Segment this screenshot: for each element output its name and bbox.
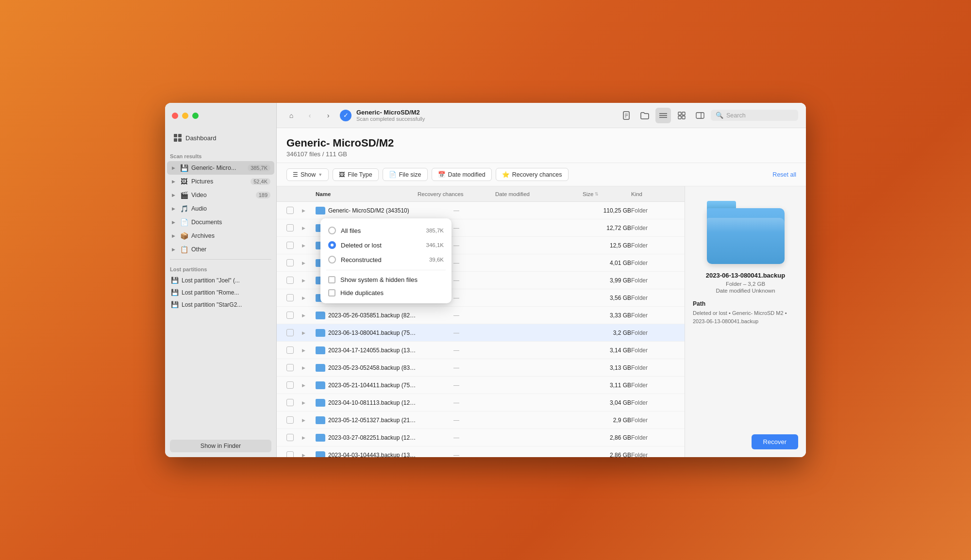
row-expand-4[interactable]: ▶ <box>302 278 316 283</box>
sidebar-item-other[interactable]: ▶ 📋 Other <box>167 243 274 256</box>
row-expand-1[interactable]: ▶ <box>302 226 316 231</box>
search-box[interactable]: 🔍 <box>711 110 798 121</box>
sidebar-divider <box>170 259 271 260</box>
row-expand-14[interactable]: ▶ <box>302 453 316 458</box>
row-size-4: 3,99 GB <box>583 277 631 284</box>
row-checkbox-10[interactable] <box>286 381 294 389</box>
sidebar-item-video[interactable]: ▶ 🎬 Video 189 <box>167 188 274 202</box>
dd-checkbox-system-hidden-box[interactable] <box>328 276 335 283</box>
sidebar-item-label-other: Other <box>191 246 270 253</box>
forward-button[interactable]: › <box>321 109 335 122</box>
recovery-chances-filter-button[interactable]: ⭐ Recovery chances <box>496 168 569 181</box>
table-row[interactable]: ▶ 2023-04-10-081113.backup (12888) — 3,0… <box>277 394 685 412</box>
row-expand-10[interactable]: ▶ <box>302 383 316 388</box>
row-checkbox-2[interactable] <box>286 242 294 249</box>
header-size-col[interactable]: Size ⇅ <box>583 191 631 197</box>
home-button[interactable]: ⌂ <box>285 109 298 122</box>
dd-option-all-files[interactable]: All files 385,7K <box>320 223 452 238</box>
filter-bar: ☰ Show ▼ 🖼 File Type 📄 File size 📅 Date … <box>277 163 806 186</box>
row-filename-11: 2023-04-10-081113.backup (12888) <box>328 399 418 406</box>
folder-view-button[interactable] <box>637 108 653 123</box>
table-row[interactable]: ▶ 2023-03-27-082251.backup (12686) — 2,8… <box>277 429 685 446</box>
dd-radio-all-files[interactable] <box>328 227 336 234</box>
header-recovery-col[interactable]: Recovery chances <box>418 191 495 197</box>
row-folder-icon-9 <box>316 364 325 372</box>
grid-view-button[interactable] <box>674 108 689 123</box>
row-checkbox-8[interactable] <box>286 346 294 354</box>
sidebar-item-badge-pictures: 52,4K <box>251 178 270 185</box>
sidebar-item-audio[interactable]: ▶ 🎵 Audio <box>167 202 274 215</box>
panel-toggle-button[interactable] <box>692 108 708 123</box>
row-checkbox-0[interactable] <box>286 207 294 214</box>
back-button[interactable]: ‹ <box>303 109 317 122</box>
row-checkbox-14[interactable] <box>286 451 294 457</box>
close-button[interactable] <box>172 113 178 119</box>
partition-item-starg2[interactable]: 💾 Lost partition "StarG2... <box>167 298 274 311</box>
row-checkbox-9[interactable] <box>286 364 294 371</box>
recover-button[interactable]: Recover <box>752 434 798 449</box>
list-view-button[interactable] <box>655 108 671 123</box>
recovery-chances-label: Recovery chances <box>512 171 562 178</box>
table-row[interactable]: ▶ 2023-05-21-104411.backup (7582) — 3,11… <box>277 377 685 394</box>
table-row[interactable]: ▶ 2023-05-12-051327.backup (2109) — 2,9 … <box>277 412 685 429</box>
show-filter-button[interactable]: ☰ Show ▼ <box>286 168 329 181</box>
partition-item-rome[interactable]: 💾 Lost partition "Rome... <box>167 286 274 298</box>
show-in-finder-button[interactable]: Show in Finder <box>170 440 271 452</box>
row-checkbox-13[interactable] <box>286 434 294 441</box>
row-checkbox-3[interactable] <box>286 259 294 266</box>
filetype-filter-button[interactable]: 🖼 File Type <box>333 168 379 181</box>
dd-checkbox-system-hidden[interactable]: Show system & hidden files <box>320 273 452 286</box>
dd-option-reconstructed[interactable]: Reconstructed 39,6K <box>320 252 452 267</box>
row-expand-13[interactable]: ▶ <box>302 435 316 440</box>
table-row[interactable]: ▶ 2023-06-13-080041.backup (7531) — 3,2 … <box>277 324 685 342</box>
table-row[interactable]: ▶ 2023-04-03-104443.backup (13691) — 2,8… <box>277 446 685 457</box>
row-expand-7[interactable]: ▶ <box>302 330 316 335</box>
sidebar-item-archives[interactable]: ▶ 📦 Archives <box>167 229 274 243</box>
table-row[interactable]: ▶ Generic- MicroSD/M2 (343510) — 110,25 … <box>277 202 685 219</box>
row-kind-9: Folder <box>631 364 675 371</box>
row-checkbox-7[interactable] <box>286 329 294 336</box>
file-view-button[interactable] <box>619 108 634 123</box>
row-expand-2[interactable]: ▶ <box>302 243 316 248</box>
sidebar-item-label-generic: Generic- Micro... <box>191 165 248 171</box>
table-row[interactable]: ▶ 2023-05-23-052458.backup (8383) — 3,13… <box>277 359 685 377</box>
table-row[interactable]: ▶ 2023-04-17-124055.backup (13244) — 3,1… <box>277 342 685 359</box>
row-expand-9[interactable]: ▶ <box>302 365 316 370</box>
dd-option-deleted-or-lost[interactable]: Deleted or lost 346,1K <box>320 238 452 252</box>
minimize-button[interactable] <box>182 113 188 119</box>
dd-checkbox-hide-duplicates[interactable]: Hide duplicates <box>320 286 452 299</box>
row-checkbox-11[interactable] <box>286 399 294 406</box>
row-checkbox-5[interactable] <box>286 294 294 301</box>
audio-icon: 🎵 <box>180 204 188 213</box>
calendar-icon: 📅 <box>438 171 446 178</box>
dashboard-button[interactable]: Dashboard <box>170 131 271 145</box>
row-checkbox-6[interactable] <box>286 312 294 319</box>
row-expand-8[interactable]: ▶ <box>302 348 316 353</box>
row-kind-0: Folder <box>631 207 675 214</box>
sidebar-item-generic-micro[interactable]: ▶ 💾 Generic- Micro... 385,7K <box>167 161 274 175</box>
partition-item-joel[interactable]: 💾 Lost partition "Joel" (... <box>167 274 274 286</box>
reset-all-button[interactable]: Reset all <box>772 171 796 178</box>
row-filename-10: 2023-05-21-104411.backup (7582) <box>328 382 418 389</box>
dd-radio-reconstructed[interactable] <box>328 256 336 264</box>
row-checkbox-4[interactable] <box>286 277 294 284</box>
fullscreen-button[interactable] <box>192 113 199 119</box>
dd-radio-deleted-or-lost[interactable] <box>328 241 336 249</box>
filesize-filter-button[interactable]: 📄 File size <box>383 168 428 181</box>
row-expand-6[interactable]: ▶ <box>302 313 316 318</box>
row-expand-12[interactable]: ▶ <box>302 418 316 423</box>
row-checkbox-1[interactable] <box>286 224 294 231</box>
sidebar-item-documents[interactable]: ▶ 📄 Documents <box>167 215 274 229</box>
dd-checkbox-hide-duplicates-box[interactable] <box>328 289 335 296</box>
sidebar-item-pictures[interactable]: ▶ 🖼 Pictures 52,4K <box>167 175 274 188</box>
date-modified-filter-button[interactable]: 📅 Date modified <box>432 168 492 181</box>
search-input[interactable] <box>726 112 793 119</box>
header-date-col[interactable]: Date modified <box>495 191 583 197</box>
row-expand-11[interactable]: ▶ <box>302 400 316 405</box>
row-expand-3[interactable]: ▶ <box>302 261 316 265</box>
row-checkbox-12[interactable] <box>286 416 294 424</box>
row-size-0: 110,25 GB <box>583 207 631 214</box>
table-row[interactable]: ▶ 2023-05-26-035851.backup (8251) — 3,33… <box>277 307 685 324</box>
row-expand-0[interactable]: ▶ <box>302 208 316 213</box>
row-expand-5[interactable]: ▶ <box>302 296 316 300</box>
